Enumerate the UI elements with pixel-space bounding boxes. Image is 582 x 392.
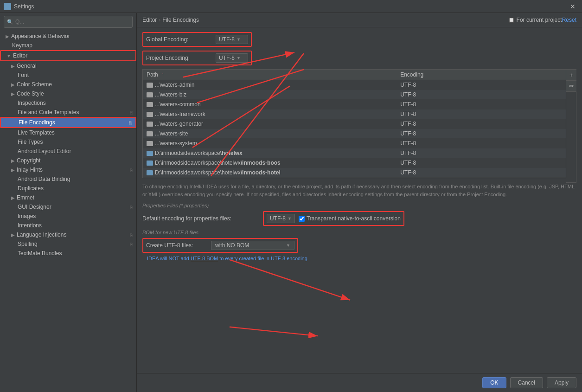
col-path-header[interactable]: Path ↑ [143, 70, 397, 80]
folder-icon [147, 161, 153, 166]
sidebar-item-editor[interactable]: ▼ Editor [0, 50, 136, 61]
arrow-icon: ▼ [6, 53, 11, 58]
project-encoding-value: UTF-8 [219, 55, 235, 61]
table-cell-encoding: UTF-8 [397, 129, 566, 139]
transparent-checkbox[interactable] [299, 216, 305, 222]
panel-header: Editor › File Encodings 🔲 For current pr… [137, 13, 582, 27]
sidebar-item-spelling[interactable]: Spelling ⎘ [0, 239, 136, 249]
sidebar-item-emmet[interactable]: ▶ Emmet [0, 193, 136, 202]
table-cell-encoding: UTF-8 [397, 100, 566, 109]
breadcrumb: Editor › File Encodings [142, 17, 499, 23]
apply-button[interactable]: Apply [547, 377, 576, 388]
folder-icon [147, 83, 153, 88]
close-button[interactable]: ✕ [567, 2, 578, 11]
props-encoding-label: Default encoding for properties files: [142, 215, 263, 222]
table-row[interactable]: ...\waters-commonUTF-8 [143, 100, 566, 109]
add-path-button[interactable]: + [566, 70, 576, 81]
sidebar-item-duplicates[interactable]: Duplicates [0, 184, 136, 193]
sidebar-item-font[interactable]: Font [0, 71, 136, 80]
table-row[interactable]: ...\waters-siteUTF-8 [143, 129, 566, 139]
table-row[interactable]: D:\inmoodsideaworkspace\hotelwx\inmoods-… [143, 158, 566, 168]
table-cell-encoding: UTF-8 [397, 80, 566, 90]
transparent-checkbox-label[interactable]: Transparent native-to-ascii conversion [299, 215, 401, 222]
ok-button[interactable]: OK [482, 377, 506, 388]
properties-section: Properties Files (*.properties) Default … [142, 203, 576, 226]
table-row[interactable]: ...\waters-frameworkUTF-8 [143, 109, 566, 119]
sidebar-item-live-templates[interactable]: Live Templates [0, 128, 136, 137]
file-table-wrapper: Path ↑ Encoding ...\waters-adminUTF-8...… [142, 69, 566, 178]
table-row[interactable]: ...\waters-adminUTF-8 [143, 80, 566, 90]
file-table-container: Path ↑ Encoding ...\waters-adminUTF-8...… [142, 69, 576, 183]
dropdown-arrow-icon: ▼ [237, 56, 241, 60]
sidebar-item-label: File Types [18, 139, 43, 145]
cancel-button[interactable]: Cancel [510, 377, 543, 388]
table-cell-encoding: UTF-8 [397, 148, 566, 158]
table-cell-encoding: UTF-8 [397, 119, 566, 129]
col-encoding-header[interactable]: Encoding [397, 70, 566, 80]
path-text: D:\inmoodsideaworkspace [155, 150, 220, 156]
table-row[interactable]: ...\waters-generatorUTF-8 [143, 119, 566, 129]
props-encoding-value: UTF-8 [270, 215, 286, 222]
sidebar-item-color-scheme[interactable]: ▶ Color Scheme [0, 80, 136, 89]
table-row[interactable]: ...\waters-systemUTF-8 [143, 139, 566, 148]
sidebar-item-images[interactable]: Images [0, 212, 136, 221]
folder-icon [147, 102, 153, 107]
sidebar-item-label: Live Templates [18, 129, 55, 136]
bom-info-link[interactable]: UTF-8 BOM [191, 256, 218, 261]
table-cell-path: ...\waters-biz [143, 90, 397, 100]
table-cell-encoding: UTF-8 [397, 109, 566, 119]
sidebar-item-keymap[interactable]: Keymap [0, 41, 136, 50]
arrow-icon: ▶ [11, 158, 15, 163]
sidebar-item-inspections[interactable]: Inspections [0, 98, 136, 108]
table-row[interactable]: D:\inmoodsideaworkspace\hotelwx\inmoods-… [143, 168, 566, 178]
copy-icon: ⎘ [130, 205, 133, 210]
table-row[interactable]: D:\inmoodsideaworkspace\hotelwxUTF-8 [143, 148, 566, 158]
table-cell-path: ...\waters-generator [143, 119, 397, 129]
panel-body: Global Encoding: UTF-8 ▼ Project Encodin… [137, 27, 582, 373]
project-encoding-select[interactable]: UTF-8 ▼ [216, 53, 248, 63]
table-row[interactable]: ...\waters-bizUTF-8 [143, 90, 566, 100]
global-encoding-select[interactable]: UTF-8 ▼ [216, 35, 248, 44]
sidebar-item-appearance[interactable]: ▶ Appearance & Behavior [0, 32, 136, 41]
sidebar-item-inlay-hints[interactable]: ▶ Inlay Hints ⎘ [0, 165, 136, 174]
path-text: ...\waters-generator [155, 121, 203, 127]
global-encoding-box: Global Encoding: UTF-8 ▼ [142, 32, 252, 47]
reset-link[interactable]: Reset [562, 17, 576, 23]
edit-path-button[interactable]: ✏ [566, 81, 576, 92]
search-input[interactable] [15, 19, 129, 25]
project-icon: 🔲 [508, 17, 515, 23]
sidebar-item-general[interactable]: ▶ General [0, 61, 136, 71]
props-encoding-select[interactable]: UTF-8 ▼ [267, 214, 295, 223]
col-encoding-label: Encoding [400, 71, 423, 78]
sidebar-item-android-data[interactable]: Android Data Binding [0, 174, 136, 184]
bom-info-prefix: IDEA will NOT add [147, 256, 189, 261]
sidebar-item-file-types[interactable]: File Types [0, 137, 136, 147]
sidebar-item-file-encodings[interactable]: File Encodings ⎘ [0, 117, 136, 128]
sidebar-item-label: GUI Designer [18, 204, 51, 210]
sidebar-item-file-code-templates[interactable]: File and Code Templates ⎘ [0, 108, 136, 117]
global-encoding-label: Global Encoding: [146, 36, 216, 43]
sidebar-item-label: Emmet [17, 194, 34, 201]
sidebar-item-intentions[interactable]: Intentions [0, 221, 136, 230]
bom-info-text: IDEA will NOT add UTF-8 BOM to every cre… [147, 256, 576, 261]
main-content: 🔍 ▶ Appearance & Behavior Keymap ▼ Edito [0, 13, 582, 392]
sidebar-item-textmate[interactable]: TextMate Bundles [0, 249, 136, 258]
sidebar-item-label: Inspections [18, 100, 46, 106]
search-box[interactable]: 🔍 [4, 16, 133, 28]
sidebar-item-label: Android Layout Editor [18, 148, 71, 154]
sidebar-item-copyright[interactable]: ▶ Copyright [0, 156, 136, 165]
sidebar-item-code-style[interactable]: ▶ Code Style [0, 89, 136, 98]
table-cell-path: ...\waters-system [143, 139, 397, 148]
sidebar-item-label: Appearance & Behavior [11, 33, 70, 39]
dropdown-arrow-icon: ▼ [286, 243, 290, 248]
sidebar-item-label: Images [18, 213, 36, 219]
sidebar-item-android-layout[interactable]: Android Layout Editor [0, 147, 136, 156]
breadcrumb-current: File Encodings [162, 17, 199, 23]
sidebar-item-language-injections[interactable]: ▶ Language Injections ⎘ [0, 230, 136, 239]
table-cell-path: ...\waters-admin [143, 80, 397, 90]
arrow-icon: ▶ [11, 232, 15, 238]
sidebar-item-label: Android Data Binding [18, 176, 70, 182]
sidebar-item-gui-designer[interactable]: GUI Designer ⎘ [0, 202, 136, 212]
bom-select[interactable]: with NO BOM ▼ [211, 241, 294, 250]
sidebar-item-label: File and Code Templates [18, 109, 79, 116]
